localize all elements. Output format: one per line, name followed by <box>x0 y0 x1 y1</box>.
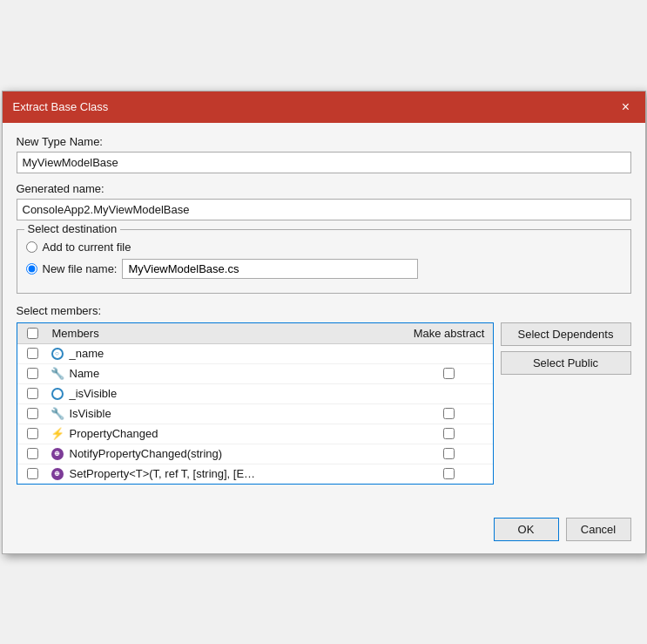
row2-name: Name <box>66 367 406 380</box>
row1-check-cell <box>17 348 49 359</box>
row3-checkbox[interactable] <box>27 388 38 399</box>
row2-checkbox[interactable] <box>27 368 38 379</box>
table-row: ⊕ NotifyPropertyChanged(string) <box>17 444 493 464</box>
row4-abstract-checkbox[interactable] <box>443 408 455 419</box>
new-file-name-input[interactable] <box>122 259 418 279</box>
row7-checkbox[interactable] <box>27 468 38 479</box>
row5-name: PropertyChanged <box>66 427 406 440</box>
header-checkbox-cell <box>17 327 49 340</box>
new-file-radio[interactable] <box>26 263 37 275</box>
row4-name: IsVisible <box>66 407 406 420</box>
row7-name: SetProperty<T>(T, ref T, [string], [E… <box>66 467 406 480</box>
select-public-button[interactable]: Select Public <box>501 351 631 375</box>
table-row: _isVisible <box>17 384 493 404</box>
row5-check-cell <box>17 428 49 439</box>
row4-abstract-cell <box>406 408 493 419</box>
row6-check-cell <box>17 448 49 459</box>
generated-name-input <box>17 199 631 220</box>
row5-abstract-checkbox[interactable] <box>443 428 455 439</box>
members-table-header: Members Make abstract <box>17 323 493 344</box>
row3-name: _isVisible <box>66 387 406 400</box>
title-bar: Extract Base Class × <box>3 92 645 123</box>
row2-check-cell <box>17 368 49 379</box>
table-row: 🔧 Name <box>17 364 493 384</box>
row3-check-cell <box>17 388 49 399</box>
destination-radio-group: Add to current file New file name: <box>26 241 622 279</box>
row1-checkbox[interactable] <box>27 348 38 359</box>
table-row: 🔧 IsVisible <box>17 404 493 424</box>
row6-checkbox[interactable] <box>27 448 38 459</box>
row5-checkbox[interactable] <box>27 428 38 439</box>
table-row: ⚡ PropertyChanged <box>17 424 493 444</box>
generated-name-label: Generated name: <box>17 182 631 195</box>
extract-base-class-dialog: Extract Base Class × New Type Name: Gene… <box>2 91 646 554</box>
row1-icon: ○ <box>49 347 66 361</box>
row5-abstract-cell <box>406 428 493 439</box>
row2-icon: 🔧 <box>49 367 66 381</box>
add-to-current-label[interactable]: Add to current file <box>43 241 131 254</box>
members-table: Members Make abstract ○ _name <box>17 322 494 485</box>
select-members-label: Select members: <box>17 304 631 317</box>
members-area: Members Make abstract ○ _name <box>17 322 631 485</box>
row4-icon: 🔧 <box>49 407 66 421</box>
row6-icon: ⊕ <box>49 447 66 461</box>
row4-checkbox[interactable] <box>27 408 38 419</box>
select-dependents-button[interactable]: Select Dependents <box>501 322 631 346</box>
cancel-button[interactable]: Cancel <box>566 518 631 541</box>
row6-abstract-cell <box>406 448 493 459</box>
row7-check-cell <box>17 468 49 479</box>
row7-icon: ⊕ <box>49 467 66 481</box>
row4-check-cell <box>17 408 49 419</box>
destination-group: Select destination Add to current file N… <box>17 229 631 294</box>
new-file-label[interactable]: New file name: <box>43 262 118 275</box>
new-file-row: New file name: <box>26 259 622 279</box>
row7-abstract-checkbox[interactable] <box>443 468 455 479</box>
close-button[interactable]: × <box>617 98 635 116</box>
new-type-name-input[interactable] <box>17 152 631 173</box>
destination-group-legend: Select destination <box>24 222 121 235</box>
members-side-buttons: Select Dependents Select Public <box>501 322 631 485</box>
add-to-current-radio[interactable] <box>26 241 37 253</box>
dialog-title: Extract Base Class <box>13 100 109 113</box>
col-members-header: Members <box>49 327 406 340</box>
row1-name: _name <box>66 347 406 360</box>
col-abstract-header: Make abstract <box>406 327 493 340</box>
table-row: ○ _name <box>17 344 493 364</box>
row2-abstract-cell <box>406 368 493 379</box>
row6-name: NotifyPropertyChanged(string) <box>66 447 406 460</box>
row5-icon: ⚡ <box>49 427 66 441</box>
select-all-checkbox[interactable] <box>27 328 38 339</box>
table-row: ⊕ SetProperty<T>(T, ref T, [string], [E… <box>17 464 493 484</box>
row3-icon <box>49 387 66 401</box>
row2-abstract-checkbox[interactable] <box>443 368 455 379</box>
new-type-name-label: New Type Name: <box>17 135 631 148</box>
dialog-footer: OK Cancel <box>3 511 645 553</box>
row6-abstract-checkbox[interactable] <box>443 448 455 459</box>
ok-button[interactable]: OK <box>494 518 559 541</box>
add-to-current-row: Add to current file <box>26 241 622 254</box>
row7-abstract-cell <box>406 468 493 479</box>
dialog-body: New Type Name: Generated name: Select de… <box>3 123 645 511</box>
